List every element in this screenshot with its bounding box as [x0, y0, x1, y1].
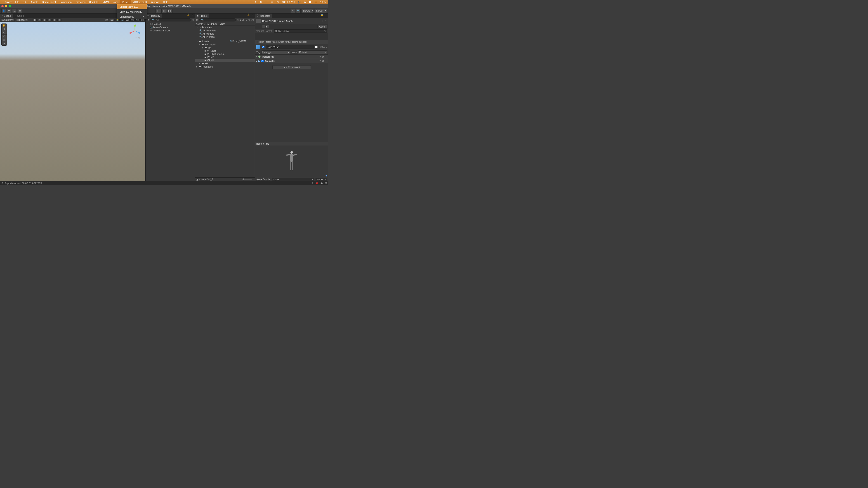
cache-icon[interactable]: ▤	[324, 182, 327, 185]
folder-vrm0[interactable]: 🖿VRM0	[195, 56, 255, 59]
status-message[interactable]: Export elapsed 00:00:01.6272773	[4, 182, 42, 185]
help-icon[interactable]: ?	[319, 60, 321, 63]
dropdown-experimental[interactable]: Experimental ▶	[117, 14, 147, 19]
menu-services[interactable]: Services	[74, 0, 87, 4]
menu-jobs[interactable]: Jobs	[111, 0, 120, 4]
preset-icon[interactable]: ⇄	[322, 55, 324, 58]
menu-vrm0[interactable]: VRM0	[101, 0, 112, 4]
static-dropdown-icon[interactable]: ▾	[326, 46, 327, 48]
expand-arrow-icon[interactable]: ▶	[256, 60, 257, 62]
layer-dropdown[interactable]: Default	[298, 51, 327, 54]
help-icon[interactable]: ?	[322, 20, 323, 22]
settings-button[interactable]: ⚙	[18, 9, 22, 13]
more-icon[interactable]: ⋯	[265, 1, 268, 4]
fav-all-materials[interactable]: 🔍All Materials	[195, 29, 255, 32]
menu-window[interactable]: Window	[149, 0, 161, 4]
folder-svjobw[interactable]: ▼🖿SV_JobW	[195, 43, 255, 46]
menu-icon[interactable]: ⋮	[325, 60, 327, 63]
project-search[interactable]: 🔍	[199, 18, 236, 22]
menu-icon[interactable]: ⋮	[324, 20, 327, 22]
clock[interactable]: 10:37	[320, 1, 327, 3]
asset-base-vrm1[interactable]: ◨ Base_VRM1	[228, 39, 255, 43]
folder-vrchat-mobile[interactable]: 🖿VRChat_mobile	[195, 53, 255, 56]
step-button[interactable]: ▶❚	[167, 9, 173, 13]
warning-icon[interactable]: ⚠	[1, 182, 4, 185]
hierarchy-filter-icon[interactable]: ⊡	[192, 19, 194, 21]
overrides-dd[interactable]: ▾	[266, 25, 269, 28]
gameobject-name-field[interactable]	[266, 45, 313, 49]
preview-settings-icon[interactable]: ◆	[326, 174, 327, 177]
crumb-svjobw[interactable]: SV_JobW	[206, 23, 217, 25]
favorites-root[interactable]: ▼★ Favorites	[195, 26, 255, 29]
grid-button[interactable]: ▦	[33, 18, 37, 22]
space-dropdown[interactable]: ⊕Local▾	[16, 18, 28, 22]
transform-header[interactable]: ▶ ⦿ Transform ? ⇄ ⋮	[255, 55, 328, 59]
play-button[interactable]: ▶	[156, 9, 161, 13]
control-center-icon[interactable]: ☰	[315, 1, 317, 4]
folder-xr[interactable]: ▶🖿XR	[195, 62, 255, 65]
menu-assets[interactable]: Assets	[29, 0, 40, 4]
menu-component[interactable]: Component	[58, 0, 74, 4]
tab-inspector[interactable]: ⓘ Inspector	[255, 13, 272, 18]
rect-tool[interactable]: ▭	[2, 38, 6, 42]
account-button[interactable]: 👤	[1, 9, 6, 13]
thumbnail-size-slider[interactable]	[243, 179, 252, 180]
fav-all-models[interactable]: 🔍All Models	[195, 32, 255, 35]
grid-snap-button[interactable]: ▥	[53, 18, 57, 22]
grid-snap-dd[interactable]: ▾	[57, 18, 61, 22]
2d-toggle[interactable]: 2D	[110, 18, 115, 22]
add-component-button[interactable]: Add Component	[272, 65, 311, 69]
hidden-icon[interactable]: 👁	[248, 19, 250, 21]
gameobject-active-checkbox[interactable]	[262, 46, 265, 48]
panel-menu-icon[interactable]: ⋮	[324, 13, 328, 18]
cloud-icon[interactable]: ⌘	[271, 1, 273, 4]
pause-button[interactable]: ❚❚	[161, 9, 167, 13]
panel-lock-icon[interactable]: 🔒	[246, 13, 251, 18]
menu-help[interactable]: Help	[161, 0, 170, 4]
menu-gameobject[interactable]: GameObject	[40, 0, 58, 4]
preview-body[interactable]: ◆	[255, 145, 328, 177]
menu-file[interactable]: File	[13, 0, 21, 4]
keyboard-icon[interactable]: A	[304, 1, 306, 3]
sync-icon[interactable]: ⟳	[254, 1, 256, 4]
open-prefab-button[interactable]: Open	[317, 25, 327, 29]
menu-vrchat-sdk[interactable]: VRChat SDK	[131, 0, 149, 4]
transform-tool[interactable]: ✦	[2, 42, 6, 45]
packages-root[interactable]: ▶🖿Packages	[195, 65, 255, 68]
close-window-button[interactable]	[1, 5, 4, 7]
menu-unigltf[interactable]: UniGLTF	[87, 0, 101, 4]
preview-header[interactable]: Base_VRM1	[255, 142, 328, 145]
item-menu-icon[interactable]: ⋮	[191, 23, 193, 25]
prefab-cube-icon[interactable]	[256, 45, 260, 49]
filter-label-icon[interactable]: ◆	[239, 19, 241, 21]
orientation-gizmo[interactable]: y	[128, 24, 142, 37]
hierarchy-item-light[interactable]: ☀ Directional Light	[146, 29, 195, 32]
save-search-icon[interactable]: ★	[245, 19, 247, 21]
hierarchy-search[interactable]: 🔍 All	[150, 18, 191, 22]
variant-parent-field[interactable]: ◨ SV_JobW ⊙	[274, 29, 327, 33]
layout-dropdown[interactable]: Layout	[315, 9, 327, 13]
folder-fbx[interactable]: ▶🖿fbx	[195, 46, 255, 49]
draw-mode-button[interactable]: ◐▾	[105, 18, 109, 22]
hierarchy-item-camera[interactable]: 📷 Main Camera	[146, 26, 195, 29]
move-tool[interactable]: ✥	[2, 27, 6, 31]
battery-icon[interactable]: ▮▮	[309, 1, 311, 4]
tab-game[interactable]: ∞ Game	[13, 13, 26, 18]
minimize-window-button[interactable]	[5, 5, 7, 7]
tab-project[interactable]: 🖿 Project	[195, 13, 209, 18]
dropdown-mesh-utility[interactable]: VRM 1.0 MeshUtility	[117, 9, 147, 14]
filter-fav-icon[interactable]: 🏷	[242, 19, 244, 21]
history-button[interactable]: H▾	[7, 9, 11, 13]
layers-dropdown[interactable]: Layers	[302, 9, 314, 13]
scale-tool[interactable]: ⤢	[2, 35, 6, 38]
perspective-label[interactable]: Persp	[135, 37, 141, 39]
cloud-button[interactable]: ☁	[12, 9, 17, 13]
panel-menu-icon[interactable]: ⋮	[251, 13, 255, 18]
activity-icon[interactable]: ◉	[320, 182, 323, 185]
animator-enabled-checkbox[interactable]	[261, 60, 264, 62]
expand-arrow-icon[interactable]: ▼	[147, 23, 149, 25]
assetbundle-variant-dropdown[interactable]: None	[315, 178, 327, 181]
preset-icon[interactable]: ⇄	[322, 60, 324, 63]
folder-vrm1[interactable]: 🖿VRM1	[195, 59, 255, 62]
folder-vrchat[interactable]: 🖿VRChat	[195, 49, 255, 53]
